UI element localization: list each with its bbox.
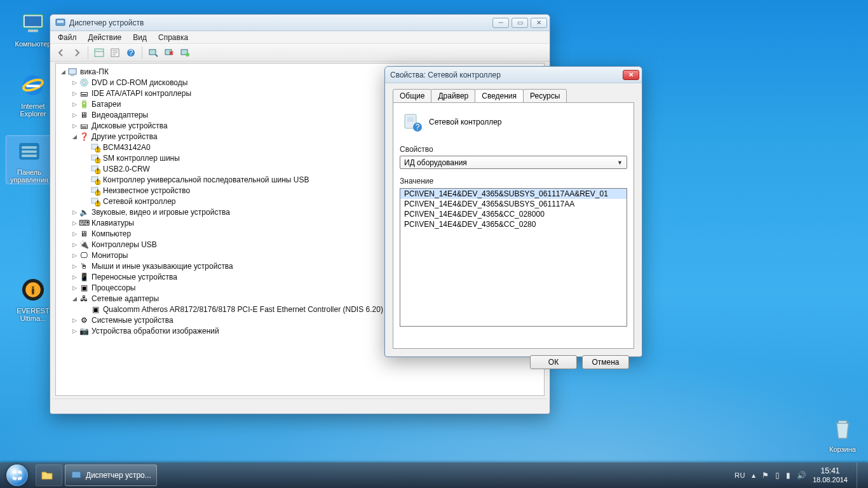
desktop-icon-recycle[interactable]: Корзина [820, 413, 865, 453]
expand-arrow-icon[interactable]: ▷ [70, 209, 79, 215]
device-label: Дисковые устройства [92, 121, 168, 130]
titlebar[interactable]: Диспетчер устройств ─ ▭ ✕ [50, 15, 550, 31]
update-driver-button[interactable] [178, 46, 192, 60]
start-button[interactable] [0, 463, 34, 488]
menu-вид[interactable]: Вид [128, 32, 152, 43]
property-dropdown[interactable]: ИД оборудования ▼ [400, 156, 627, 169]
expand-arrow-icon[interactable]: ▷ [70, 79, 79, 86]
menubar: ФайлДействиеВидСправка [50, 31, 550, 44]
tab-1[interactable]: Драйвер [431, 89, 475, 103]
devmgr-icon [71, 470, 82, 481]
hwid-item[interactable]: PCI\VEN_14E4&DEV_4365&CC_028000 [400, 209, 627, 219]
expand-arrow-icon[interactable]: ▷ [70, 112, 79, 118]
battery-icon[interactable]: ▯ [775, 471, 780, 480]
expand-arrow-icon[interactable]: ▷ [70, 101, 79, 107]
device-icon: ▣ [90, 304, 100, 315]
ctrlpanel-icon [14, 136, 44, 166]
minimize-button[interactable]: ─ [492, 18, 509, 28]
menu-справка[interactable]: Справка [153, 32, 193, 43]
close-button-props[interactable]: ✕ [623, 70, 639, 80]
expand-arrow-icon[interactable]: ▷ [70, 123, 79, 129]
toolbar: ? [50, 44, 550, 62]
hwid-item[interactable]: PCI\VEN_14E4&DEV_4365&SUBSYS_061117AA [400, 199, 627, 209]
svg-rect-24 [71, 75, 74, 76]
view-tree-button[interactable] [92, 46, 106, 60]
svg-rect-7 [22, 151, 37, 153]
expand-arrow-icon[interactable]: ▷ [70, 328, 79, 334]
help-button[interactable]: ? [124, 46, 138, 60]
volume-icon[interactable]: 🔊 [797, 471, 806, 480]
svg-text:!: ! [97, 199, 98, 207]
tab-2[interactable]: Сведения [475, 89, 524, 103]
expand-arrow-icon[interactable]: ▷ [70, 263, 79, 269]
tray-up-icon[interactable]: ▴ [752, 471, 756, 480]
input-lang[interactable]: RU [735, 471, 745, 479]
hwid-item[interactable]: PCI\VEN_14E4&DEV_4365&CC_0280 [400, 219, 627, 229]
titlebar[interactable]: Свойства: Сетевой контроллер ✕ [385, 67, 642, 83]
tab-3[interactable]: Ресурсы [523, 89, 567, 103]
device-big-icon: ? [402, 112, 423, 132]
menu-действие[interactable]: Действие [83, 32, 127, 43]
nav-back-button[interactable] [54, 46, 68, 60]
separator [88, 46, 88, 59]
desktop-icon-ctrlpanel[interactable]: Панель управления [6, 136, 52, 184]
ok-button[interactable]: ОК [530, 355, 577, 369]
expand-arrow-icon[interactable]: ▷ [70, 231, 79, 237]
device-icon: 🖥 [79, 229, 89, 239]
expand-arrow-icon[interactable]: ▷ [70, 285, 79, 291]
nav-fwd-button[interactable] [70, 46, 84, 60]
clock[interactable]: 15:41 18.08.2014 [813, 467, 848, 483]
device-icon: 🔌 [79, 240, 89, 250]
properties-button[interactable] [108, 46, 122, 60]
svg-rect-14 [57, 20, 64, 23]
computer-icon [18, 8, 48, 38]
device-icon: ! [90, 175, 100, 185]
ie-icon [18, 70, 48, 100]
device-name: Сетевой контроллер [429, 118, 502, 126]
maximize-button[interactable]: ▭ [512, 18, 528, 28]
expand-arrow-icon[interactable]: ▷ [70, 317, 79, 323]
device-icon: 🖴 [79, 121, 89, 131]
cancel-button[interactable]: Отмена [582, 355, 629, 369]
device-icon: ❓ [79, 132, 89, 142]
folder-icon [41, 470, 53, 481]
device-icon: 📷 [79, 326, 89, 336]
device-icon: ! [90, 196, 100, 207]
recycle-icon [827, 413, 858, 444]
device-icon: ▣ [79, 283, 89, 293]
expand-arrow-icon[interactable]: ◢ [70, 295, 79, 302]
uninstall-button[interactable] [162, 46, 176, 60]
expand-arrow-icon[interactable]: ◢ [70, 133, 79, 140]
task-device-manager[interactable]: Диспетчер устро... [65, 464, 157, 486]
svg-rect-15 [95, 49, 104, 57]
show-desktop-button[interactable] [857, 463, 864, 488]
device-icon: ! [90, 153, 100, 163]
device-label: Батареи [92, 100, 121, 109]
dialog-body: ОбщиеДрайверСведенияРесурсы ? Сетевой ко… [385, 83, 642, 379]
device-label: Неизвестное устройство [103, 186, 190, 195]
pinned-explorer[interactable] [36, 464, 62, 486]
expand-arrow-icon[interactable]: ▷ [70, 252, 79, 259]
flag-icon[interactable]: ⚑ [762, 471, 769, 480]
device-label: вика-ПК [80, 67, 109, 76]
svg-rect-1 [25, 17, 41, 27]
expand-arrow-icon[interactable]: ▷ [70, 241, 79, 248]
value-listbox[interactable]: PCI\VEN_14E4&DEV_4365&SUBSYS_061117AA&RE… [400, 188, 627, 327]
tab-0[interactable]: Общие [393, 89, 431, 103]
scan-button[interactable] [146, 46, 160, 60]
expand-arrow-icon[interactable]: ▷ [70, 274, 79, 280]
expand-arrow-icon[interactable]: ▷ [70, 220, 79, 226]
svg-rect-12 [838, 421, 846, 423]
expand-arrow-icon[interactable]: ◢ [58, 69, 67, 75]
tab-panel-details: ? Сетевой контроллер Свойство ИД оборудо… [393, 102, 634, 349]
device-icon: ⚙ [79, 315, 89, 325]
svg-text:?: ? [416, 123, 420, 132]
close-button-devmgr[interactable]: ✕ [531, 18, 547, 28]
icon-label: Корзина [820, 445, 865, 453]
menu-файл[interactable]: Файл [53, 32, 82, 43]
svg-rect-44 [407, 117, 414, 122]
device-icon: 🔋 [79, 99, 89, 109]
network-icon[interactable]: ▮ [786, 471, 790, 480]
expand-arrow-icon[interactable]: ▷ [70, 90, 79, 97]
hwid-item[interactable]: PCI\VEN_14E4&DEV_4365&SUBSYS_061117AA&RE… [400, 189, 627, 199]
